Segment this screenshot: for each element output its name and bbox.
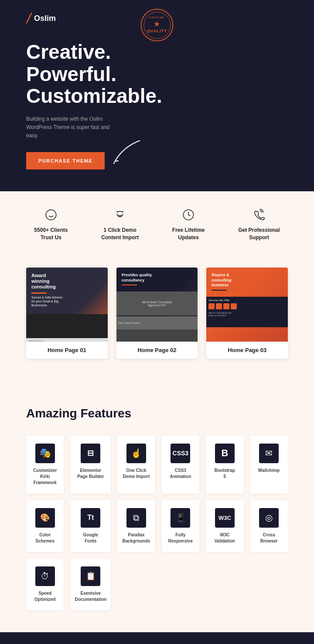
- oneclick-icon: ☝: [126, 444, 146, 463]
- support-label: Get ProfessionalSupport: [238, 227, 280, 241]
- feature-parallax: ⧉ ParallaxBackgrounds: [117, 500, 155, 552]
- demos-grid: Awardwinningconsulting Secure & Safe Adv…: [26, 268, 288, 359]
- feature-docs: 📋 ExentsiveDocumentation: [70, 559, 111, 610]
- stats-section: 5500+ ClientsTrust Us 1 Click DemoConten…: [0, 191, 314, 259]
- docs-icon: 📋: [81, 566, 100, 586]
- bootstrap-icon: B: [215, 444, 235, 463]
- quality-badge: GENUINE ★ QUALITY: [141, 9, 174, 41]
- stat-updates: Free LifetimeUpdates: [172, 209, 205, 241]
- feature-css3: CSS3 CSS3Animation: [162, 436, 199, 494]
- customizer-icon: 🎭: [35, 444, 55, 463]
- responsive-icon: 📱: [171, 508, 190, 528]
- hero-section: ╱ Oslim GENUINE ★ QUALITY Creative. Powe…: [0, 0, 314, 191]
- logo-icon: ╱: [26, 13, 31, 24]
- feature-speed: ⏱ SpeedOptimized: [26, 559, 64, 610]
- logo-text: Oslim: [34, 14, 56, 23]
- svg-point-0: [46, 210, 56, 220]
- demo-card-2[interactable]: Provides qualityconsultancy We're Best C…: [116, 268, 198, 359]
- demo-label-2: Home Page 02: [116, 342, 198, 359]
- stat-clients: 5500+ ClientsTrust Us: [34, 209, 68, 241]
- mailchimp-icon: ✉: [259, 444, 279, 463]
- feature-bootstrap: B Bootstrap5: [206, 436, 243, 494]
- demo-preview-3: finance &consultingbusiness Services We …: [206, 268, 288, 342]
- demo-label-3: Home Page 03: [206, 342, 288, 359]
- demo-card-3[interactable]: finance &consultingbusiness Services We …: [206, 268, 288, 359]
- arrow-decoration: [106, 139, 147, 170]
- support-icon: [253, 209, 265, 223]
- crossbrowser-icon: ◎: [259, 508, 279, 528]
- w3c-icon: W3C: [215, 508, 235, 528]
- feature-responsive: 📱 FullyResponsive: [162, 500, 199, 552]
- features-section: Amazing Features 🎭 CustomizerKirki Frame…: [0, 385, 314, 632]
- demo-label: 1 Click DemoContent Import: [101, 227, 139, 241]
- features-grid: 🎭 CustomizerKirki Framework ⊟ ElementorP…: [26, 436, 288, 610]
- feature-color: 🎨 ColorSchemes: [26, 500, 64, 552]
- feature-mailchimp: ✉ Mailchimp: [250, 436, 288, 494]
- feature-fonts: Tt GoogleFonts: [70, 500, 111, 552]
- features-title: Amazing Features: [26, 407, 288, 420]
- cta-section: Create Stunning Website Now! Purchase Os…: [0, 632, 314, 644]
- demo-icon: [114, 209, 126, 223]
- updates-label: Free LifetimeUpdates: [172, 227, 205, 241]
- purchase-button[interactable]: PURCHASE THEME: [26, 152, 105, 169]
- elementor-icon: ⊟: [81, 444, 100, 463]
- feature-crossbrowser: ◎ CrossBrowser: [250, 500, 288, 552]
- demo-card-1[interactable]: Awardwinningconsulting Secure & Safe Adv…: [26, 268, 108, 359]
- updates-icon: [182, 209, 195, 223]
- stat-support: Get ProfessionalSupport: [238, 209, 280, 241]
- demo-preview-1: Awardwinningconsulting Secure & Safe Adv…: [26, 268, 108, 342]
- demo-label-1: Home Page 01: [26, 342, 108, 359]
- feature-oneclick: ☝ One ClickDemo Import: [117, 436, 155, 494]
- feature-customizer: 🎭 CustomizerKirki Framework: [26, 436, 64, 494]
- clients-icon: [45, 209, 57, 223]
- stat-demo: 1 Click DemoContent Import: [101, 209, 139, 241]
- fonts-icon: Tt: [81, 508, 100, 528]
- demo-preview-2: Provides qualityconsultancy We're Best C…: [116, 268, 198, 342]
- feature-w3c: W3C W3CValidation: [206, 500, 243, 552]
- logo[interactable]: ╱ Oslim: [26, 13, 56, 24]
- hero-subtitle: Building a website with the Oslim WordPr…: [26, 115, 122, 140]
- demos-section: Awardwinningconsulting Secure & Safe Adv…: [0, 259, 314, 385]
- speed-icon: ⏱: [35, 566, 55, 586]
- hero-title: Creative. Powerful. Customizable.: [26, 41, 288, 107]
- clients-label: 5500+ ClientsTrust Us: [34, 227, 68, 241]
- feature-elementor: ⊟ ElementorPage Builder: [70, 436, 111, 494]
- css3-icon: CSS3: [171, 444, 190, 463]
- parallax-icon: ⧉: [126, 508, 146, 528]
- color-icon: 🎨: [35, 508, 55, 528]
